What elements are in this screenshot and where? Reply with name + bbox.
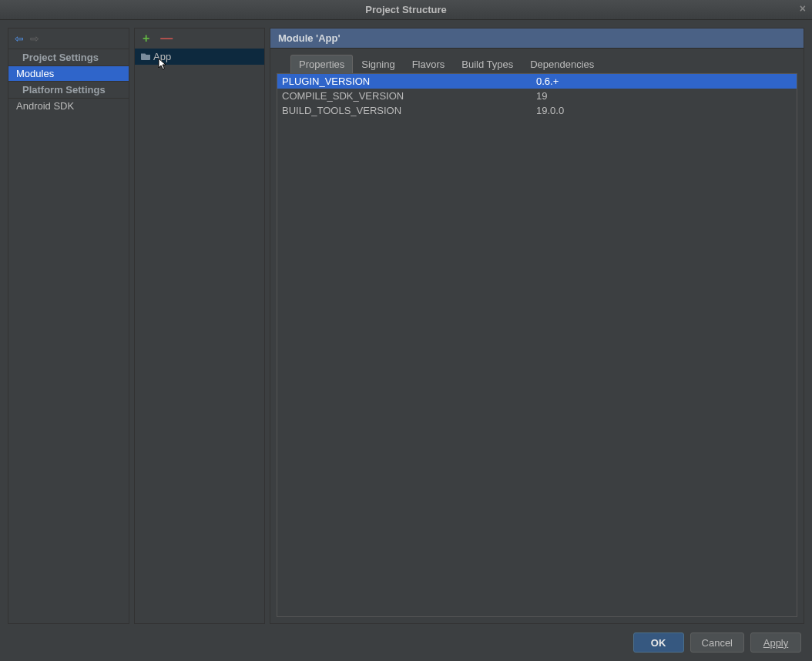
remove-module-icon[interactable]: — <box>160 32 173 45</box>
property-key: BUILD_TOOLS_VERSION <box>282 105 536 116</box>
property-key: COMPILE_SDK_VERSION <box>282 90 536 102</box>
property-row[interactable]: PLUGIN_VERSION 0.6.+ <box>277 74 797 89</box>
ok-button[interactable]: OK <box>633 632 684 653</box>
dialog-footer: OK Cancel Apply <box>0 624 812 661</box>
settings-sidebar: ⇦ ⇨ Project Settings Modules Platform Se… <box>8 28 129 624</box>
module-header: Module 'App' <box>270 29 804 49</box>
forward-arrow-icon[interactable]: ⇨ <box>30 32 39 45</box>
sidebar-item-android-sdk[interactable]: Android SDK <box>8 99 129 113</box>
platform-settings-header: Platform Settings <box>8 81 129 99</box>
property-value: 0.6.+ <box>536 75 792 87</box>
property-key: PLUGIN_VERSION <box>282 75 536 87</box>
back-arrow-icon[interactable]: ⇦ <box>15 32 24 45</box>
apply-button[interactable]: Apply <box>750 632 801 653</box>
tab-build-types[interactable]: Build Types <box>453 55 522 73</box>
nav-arrows: ⇦ ⇨ <box>8 29 129 49</box>
ok-button-label: OK <box>651 637 666 649</box>
module-detail-panel: Module 'App' Properties Signing Flavors … <box>270 28 804 624</box>
title-bar: Project Structure × <box>0 0 812 20</box>
tab-dependencies[interactable]: Dependencies <box>522 55 602 73</box>
tab-properties[interactable]: Properties <box>290 55 353 74</box>
apply-button-label: Apply <box>763 637 789 649</box>
property-value: 19.0.0 <box>536 105 792 116</box>
sidebar-item-modules[interactable]: Modules <box>8 66 129 81</box>
module-item-label: App <box>153 51 171 62</box>
module-tabs: Properties Signing Flavors Build Types D… <box>290 55 797 73</box>
properties-table: PLUGIN_VERSION 0.6.+ COMPILE_SDK_VERSION… <box>277 73 797 617</box>
module-item-app[interactable]: App <box>135 49 264 65</box>
property-row[interactable]: COMPILE_SDK_VERSION 19 <box>277 89 797 103</box>
property-row[interactable]: BUILD_TOOLS_VERSION 19.0.0 <box>277 103 797 118</box>
add-module-icon[interactable]: + <box>143 32 149 45</box>
cancel-button-label: Cancel <box>702 637 733 649</box>
project-settings-header: Project Settings <box>8 49 129 66</box>
module-toolbar: + — <box>135 29 264 49</box>
module-list-panel: + — App <box>134 28 265 624</box>
tab-flavors[interactable]: Flavors <box>404 55 454 73</box>
close-icon[interactable]: × <box>800 3 806 14</box>
window-title: Project Structure <box>365 4 446 15</box>
module-detail-body: Properties Signing Flavors Build Types D… <box>270 49 804 623</box>
dialog-body: ⇦ ⇨ Project Settings Modules Platform Se… <box>0 20 812 624</box>
cancel-button[interactable]: Cancel <box>690 632 744 653</box>
tab-signing[interactable]: Signing <box>353 55 403 73</box>
property-value: 19 <box>536 90 792 102</box>
